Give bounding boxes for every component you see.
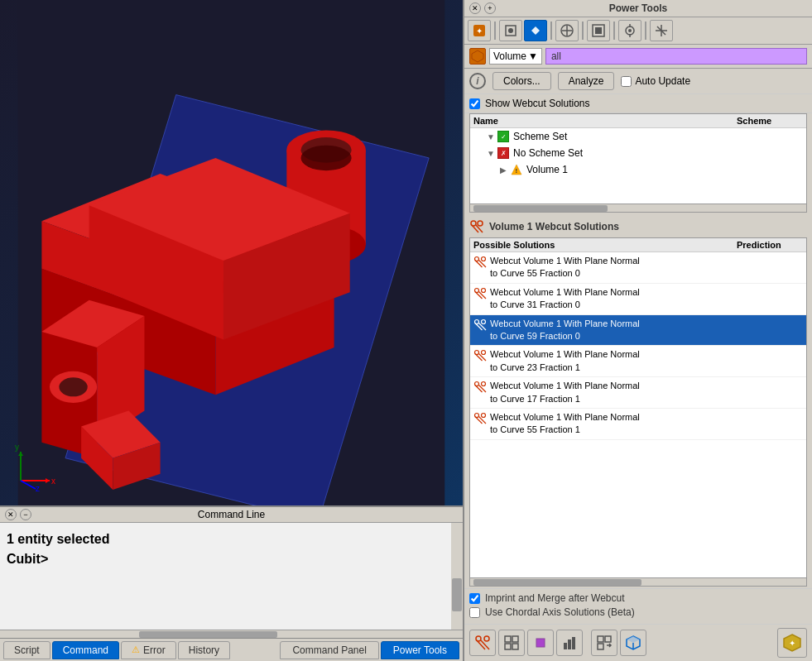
- action-chart-btn[interactable]: [556, 630, 583, 656]
- tab-command[interactable]: Command: [52, 641, 119, 659]
- warning-icon: ⚠: [132, 644, 140, 655]
- right-toolbar: ✦: [464, 17, 812, 45]
- toolbar-btn-7[interactable]: [650, 20, 673, 41]
- solution-text-5: Webcut Volume 1 With Plane Normalto Curv…: [490, 380, 803, 405]
- imprint-merge-label: Imprint and Merge after Webcut: [485, 592, 625, 604]
- chordal-axis-checkbox[interactable]: [469, 607, 480, 618]
- colors-button[interactable]: Colors...: [492, 72, 551, 90]
- action-main-right-btn[interactable]: ✦: [777, 628, 807, 658]
- solutions-content[interactable]: Webcut Volume 1 With Plane Normalto Curv…: [470, 252, 806, 577]
- action-shape-btn[interactable]: [527, 630, 554, 656]
- command-output: 1 entity selected Cubit>: [0, 523, 463, 630]
- toolbar-sep-2: [550, 22, 552, 40]
- svg-rect-95: [598, 644, 603, 649]
- tree-expand-volume1[interactable]: ▶: [500, 165, 510, 175]
- scheme-tree-view: Name Scheme ▼ ✓ Scheme Set ▼: [469, 113, 807, 213]
- analyze-button[interactable]: Analyze: [558, 72, 615, 90]
- command-hscrollbar-thumb[interactable]: [139, 631, 278, 638]
- solution-item-2[interactable]: Webcut Volume 1 With Plane Normalto Curv…: [470, 284, 806, 315]
- solution-scissors-icon-1: [473, 256, 487, 269]
- svg-point-78: [482, 413, 486, 417]
- toolbar-btn-6[interactable]: [618, 20, 641, 41]
- tree-label-no-scheme: No Scheme Set: [513, 147, 583, 159]
- tab-script[interactable]: Script: [3, 641, 50, 659]
- command-close-btn[interactable]: ✕: [5, 509, 17, 520]
- tree-label-scheme-set: Scheme Set: [513, 131, 567, 142]
- tab-history[interactable]: History: [178, 641, 230, 659]
- svg-rect-85: [505, 636, 511, 642]
- show-webcut-checkbox[interactable]: [469, 98, 480, 109]
- volume1-warning-icon: !: [510, 163, 523, 176]
- svg-marker-97: [627, 636, 640, 643]
- action-buttons-row: ✦: [464, 624, 812, 661]
- imprint-merge-checkbox[interactable]: [469, 593, 480, 604]
- toolbar-btn-3[interactable]: [524, 20, 547, 41]
- 3d-viewport[interactable]: x y z: [0, 0, 463, 505]
- toolbar-sep-5: [645, 22, 646, 40]
- power-tools-title: Power Tools: [609, 2, 667, 14]
- tab-power-tools[interactable]: Power Tools: [381, 641, 459, 659]
- tree-col-scheme: Scheme: [737, 116, 803, 126]
- solution-item-1[interactable]: Webcut Volume 1 With Plane Normalto Curv…: [470, 252, 806, 284]
- svg-text:z: z: [36, 484, 40, 493]
- chevron-down-icon: ▼: [528, 50, 538, 62]
- toolbar-sep-1: [494, 22, 496, 40]
- command-minimize-btn[interactable]: −: [20, 509, 31, 520]
- tree-scrollbar[interactable]: [470, 204, 806, 212]
- show-webcut-label: Show Webcut Solutions: [485, 98, 590, 109]
- tree-expand-scheme-set[interactable]: ▼: [487, 132, 497, 141]
- action-arrow-btn[interactable]: [591, 630, 617, 656]
- solution-item-6[interactable]: Webcut Volume 1 With Plane Normalto Curv…: [470, 409, 806, 440]
- sol-col-possible: Possible Solutions: [473, 240, 737, 250]
- svg-line-31: [21, 481, 36, 489]
- solutions-hscrollbar[interactable]: [470, 577, 806, 586]
- power-tools-close-btn[interactable]: ✕: [469, 2, 481, 14]
- info-icon[interactable]: i: [469, 73, 486, 89]
- svg-point-16: [301, 146, 352, 171]
- solution-text-1: Webcut Volume 1 With Plane Normalto Curv…: [490, 255, 803, 280]
- action-grid-btn[interactable]: [498, 630, 525, 656]
- power-tools-minimize-btn[interactable]: +: [484, 2, 496, 14]
- volume-value-input[interactable]: [545, 48, 807, 65]
- solution-item-4[interactable]: Webcut Volume 1 With Plane Normalto Curv…: [470, 346, 806, 377]
- command-hscrollbar[interactable]: [0, 630, 463, 638]
- solution-text-4: Webcut Volume 1 With Plane Normalto Curv…: [490, 348, 803, 374]
- action-cube-btn[interactable]: [620, 630, 646, 656]
- tree-expand-no-scheme[interactable]: ▼: [487, 149, 497, 158]
- solution-text-2: Webcut Volume 1 With Plane Normalto Curv…: [490, 286, 803, 312]
- toolbar-btn-1[interactable]: ✦: [468, 20, 491, 41]
- tab-error[interactable]: ⚠ Error: [121, 641, 176, 659]
- tree-item-no-scheme[interactable]: ▼ ✗ No Scheme Set: [470, 145, 806, 161]
- action-scissors-btn[interactable]: [469, 630, 496, 656]
- power-tools-header: ✕ + Power Tools: [464, 0, 812, 17]
- action-btns-left: [469, 630, 646, 656]
- toolbar-btn-5[interactable]: [587, 20, 610, 41]
- svg-line-72: [475, 354, 483, 362]
- volume-type-select[interactable]: Volume ▼: [489, 48, 542, 65]
- command-title: Command Line: [198, 509, 265, 520]
- toolbar-btn-4[interactable]: [555, 20, 579, 41]
- svg-point-36: [508, 28, 513, 33]
- tab-command-panel[interactable]: Command Panel: [280, 641, 378, 659]
- webcut-title-text: Volume 1 Webcut Solutions: [489, 221, 619, 232]
- axis-indicator: x y z: [12, 443, 62, 493]
- svg-point-66: [482, 319, 486, 323]
- auto-update-checkbox[interactable]: [621, 76, 632, 87]
- command-scrollbar[interactable]: [451, 523, 463, 630]
- bottom-options: Imprint and Merge after Webcut Use Chord…: [464, 588, 812, 624]
- svg-rect-42: [595, 27, 602, 34]
- tree-content[interactable]: ▼ ✓ Scheme Set ▼ ✗ No Scheme Set: [470, 128, 806, 204]
- command-text-line1: 1 entity selected: [7, 529, 456, 549]
- auto-update-label[interactable]: Auto Update: [621, 75, 690, 87]
- solution-item-3[interactable]: Webcut Volume 1 With Plane Normalto Curv…: [470, 315, 806, 347]
- command-text-line2: Cubit>: [7, 549, 456, 569]
- solutions-hscrollbar-thumb[interactable]: [473, 579, 641, 586]
- toolbar-btn-2[interactable]: [499, 20, 522, 41]
- command-scrollbar-thumb[interactable]: [452, 578, 462, 611]
- solution-item-5[interactable]: Webcut Volume 1 With Plane Normalto Curv…: [470, 377, 806, 409]
- tree-item-volume1[interactable]: ▶ ! Volume 1: [470, 161, 806, 178]
- solution-scissors-icon-5: [473, 381, 487, 394]
- tree-scrollbar-thumb[interactable]: [473, 205, 608, 212]
- svg-line-60: [475, 261, 483, 268]
- tree-item-scheme-set[interactable]: ▼ ✓ Scheme Set: [470, 128, 806, 145]
